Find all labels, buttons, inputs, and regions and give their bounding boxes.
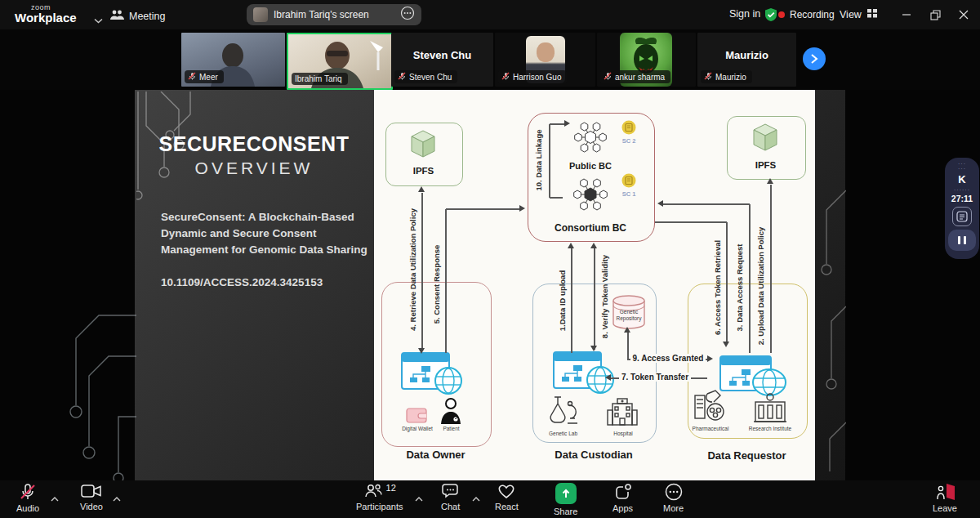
cube-icon [409, 129, 437, 160]
next-participants-button[interactable] [803, 47, 826, 70]
custodian-client-icon [552, 351, 617, 395]
mic-muted-icon [704, 72, 712, 82]
share-label: Share [554, 507, 577, 516]
security-shield-icon[interactable] [764, 7, 778, 25]
video-tile-steven[interactable]: Steven Chu Steven Chu [391, 33, 493, 87]
apps-button[interactable]: Apps [612, 483, 633, 513]
participant-name: Harrison Guo [513, 73, 561, 82]
digital-wallet-icon [406, 406, 429, 424]
participants-icon [363, 483, 383, 499]
name-chip: ankur sharma [600, 70, 670, 83]
video-tile-maurizio[interactable]: Maurizio Maurizio [697, 33, 796, 87]
notes-button[interactable] [952, 207, 972, 226]
ipfs-right-label: IPFS [727, 160, 804, 170]
arrow-1-label: 1.Data ID upload [558, 270, 567, 331]
level-dots: ······ [954, 188, 970, 193]
repo-label-1: Genetic [611, 309, 647, 315]
arrow-7-label: 7. Token Transfer [619, 373, 691, 382]
genetic-lab-icon [545, 394, 581, 428]
chat-label: Chat [441, 502, 460, 511]
patient-icon [439, 397, 462, 425]
video-tile-harrison[interactable]: Harrison Guo [495, 33, 595, 87]
participant-name: ankur sharma [615, 73, 665, 82]
participant-name: Maurizio [715, 73, 746, 82]
arrow-10-line [549, 124, 550, 198]
react-button[interactable]: React [495, 483, 519, 511]
share-button[interactable]: Share [554, 483, 577, 516]
arrowhead [590, 346, 597, 351]
arrow-8-label: 8. Verify Token Validity [600, 255, 609, 338]
arrow-2-label: 2. Upload Data Utilization Policy [756, 227, 765, 346]
recording-dot-icon [778, 11, 785, 18]
lamp-decor [367, 39, 388, 72]
data-requestor-label: Data Requestor [688, 449, 806, 462]
audio-button[interactable]: Audio [16, 483, 39, 513]
research-institute-label: Research Institute [742, 426, 799, 431]
arrowhead [624, 327, 630, 333]
circuit-decor-bottom-left [45, 309, 136, 485]
more-label: More [663, 503, 684, 513]
arrow-8-line [594, 248, 595, 350]
screen-share-title: Ibrahim Tariq's screen [274, 9, 394, 20]
participants-button[interactable]: 12 Participants [356, 483, 403, 511]
more-button[interactable]: More [663, 483, 684, 513]
video-options-caret[interactable] [113, 490, 121, 505]
close-button[interactable] [951, 5, 976, 25]
arrow-5-label: 5. Consent Response [432, 245, 441, 324]
arrowhead [519, 205, 525, 212]
more-options-icon[interactable] [400, 6, 415, 24]
smart-contract-coin-icon [621, 173, 636, 188]
share-screen-icon [555, 483, 577, 504]
view-grid-icon [866, 8, 878, 20]
participants-options-caret[interactable] [415, 490, 423, 505]
chevron-down-icon[interactable] [94, 12, 103, 27]
public-bc-label: Public BC [539, 161, 642, 171]
arrowhead [418, 348, 425, 354]
tab-meeting[interactable]: Meeting [105, 7, 170, 25]
minimize-button[interactable] [894, 5, 919, 25]
notes-icon [956, 211, 968, 222]
arrowhead [707, 355, 713, 362]
participants-label: Participants [356, 502, 403, 511]
apps-label: Apps [612, 503, 633, 513]
video-button[interactable]: Video [80, 483, 103, 511]
mic-muted-icon [19, 483, 37, 501]
restore-button[interactable] [923, 5, 947, 25]
leave-door-icon [933, 483, 956, 501]
chat-button[interactable]: Chat [441, 483, 460, 511]
audio-options-caret[interactable] [51, 490, 59, 505]
pause-button[interactable] [948, 230, 976, 251]
meeting-toolbar [0, 480, 980, 518]
arrowhead [568, 243, 574, 248]
video-tile-ibrahim[interactable]: Ibrahim Tariq [287, 33, 393, 90]
drag-handle-icon[interactable]: ······ [958, 162, 966, 172]
view-button[interactable]: View [840, 8, 878, 20]
arrow-4-label: 4. Retrieve Data Utilization Policy [408, 208, 417, 331]
arrow-1-line [571, 248, 572, 353]
slide-subtitle: OVERVIEW [147, 159, 361, 178]
zoom-logo[interactable]: Workplace [15, 11, 77, 25]
arrow-10-label: 10. Data Linkage [534, 130, 543, 191]
participant-name: Meer [199, 73, 218, 82]
arrowhead [590, 243, 597, 248]
camera-icon [81, 483, 102, 499]
screen-share-pill[interactable]: Ibrahim Tariq's screen [247, 4, 421, 25]
pharmaceutical-icon [693, 389, 728, 423]
data-custodian-label: Data Custodian [532, 449, 655, 461]
slide-body-text: SecureConsent: A Blockchain-Based Dynami… [161, 209, 375, 258]
sign-in-button[interactable]: Sign in [729, 8, 760, 20]
mic-muted-icon [501, 72, 510, 82]
recording-widget[interactable]: ······ K ······ 27:11 [945, 158, 979, 259]
arrowhead [767, 178, 773, 184]
video-tile-meer[interactable]: Meer [181, 33, 285, 87]
name-chip: Steven Chu [394, 70, 457, 83]
arrow-6-line [726, 222, 728, 343]
video-tile-ankur[interactable]: ankur sharma [597, 33, 696, 87]
chat-options-caret[interactable] [472, 490, 480, 505]
arrow-3-label: 3. Data Access Request [735, 244, 744, 332]
hospital-icon [606, 397, 639, 426]
recording-indicator: Recording [778, 9, 835, 20]
patient-label: Patient [433, 426, 470, 431]
leave-button[interactable]: Leave [933, 483, 957, 513]
slide-doi: 10.1109/ACCESS.2024.3425153 [161, 276, 375, 288]
